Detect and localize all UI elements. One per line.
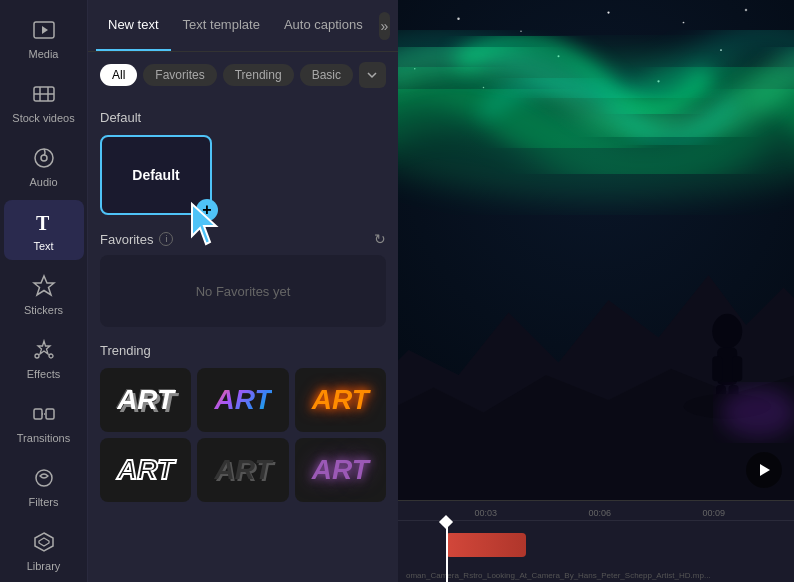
stickers-icon <box>30 272 58 300</box>
svg-text:T: T <box>36 212 50 234</box>
svg-point-20 <box>607 11 609 13</box>
sidebar-item-transitions-label: Transitions <box>17 432 70 444</box>
trending-card-1[interactable]: ART <box>100 368 191 432</box>
timeline-ruler: 00:03 00:06 00:09 <box>398 501 794 521</box>
tab-text-template[interactable]: Text template <box>171 0 272 51</box>
ruler-marks: 00:03 00:06 00:09 <box>406 501 786 520</box>
timeline-track-area: oman_Camera_Rstro_Looking_At_Camera_By_H… <box>398 521 794 582</box>
sidebar-item-text[interactable]: T Text <box>4 200 84 260</box>
svg-point-19 <box>520 31 522 33</box>
art-text-1: ART <box>117 384 174 416</box>
aurora-image <box>398 0 794 500</box>
add-default-text-button[interactable]: + <box>196 199 218 221</box>
sidebar-item-audio-label: Audio <box>29 176 57 188</box>
tab-more-button[interactable]: » <box>379 12 390 40</box>
svg-point-38 <box>721 388 794 438</box>
sidebar-item-transitions[interactable]: Transitions <box>4 392 84 452</box>
favorites-header: Favorites i ↻ <box>100 231 386 247</box>
effects-icon <box>30 336 58 364</box>
favorites-title: Favorites <box>100 232 153 247</box>
favorites-section: Favorites i ↻ No Favorites yet <box>100 231 386 327</box>
filter-dropdown[interactable] <box>359 62 386 88</box>
tab-new-text[interactable]: New text <box>96 0 171 51</box>
svg-rect-12 <box>46 409 54 419</box>
sidebar-item-stock-videos[interactable]: Stock videos <box>4 72 84 132</box>
trending-card-4[interactable]: ART <box>100 438 191 502</box>
timeline: 00:03 00:06 00:09 oman_Camera_Rstro_Look… <box>398 500 794 582</box>
text-icon: T <box>30 208 58 236</box>
stock-videos-icon <box>30 80 58 108</box>
svg-rect-34 <box>732 356 742 381</box>
trending-grid-row2: ART ART ART <box>100 438 386 502</box>
sidebar-item-library-label: Library <box>27 560 61 572</box>
timeline-clip-label: oman_Camera_Rstro_Looking_At_Camera_By_H… <box>398 571 794 580</box>
trending-card-5[interactable]: ART <box>197 438 288 502</box>
svg-marker-39 <box>760 464 770 476</box>
filter-favorites[interactable]: Favorites <box>143 64 216 86</box>
sidebar-item-text-label: Text <box>33 240 53 252</box>
art-text-2: ART <box>214 384 271 416</box>
sidebar: Media Stock videos Audio T <box>0 0 88 582</box>
svg-point-6 <box>35 149 53 167</box>
transitions-icon <box>30 400 58 428</box>
svg-point-18 <box>457 18 460 21</box>
favorites-empty-state: No Favorites yet <box>100 255 386 327</box>
default-card-label: Default <box>132 167 179 183</box>
tab-auto-captions[interactable]: Auto captions <box>272 0 375 51</box>
tab-bar: New text Text template Auto captions » <box>88 0 398 52</box>
trending-card-2[interactable]: ART <box>197 368 288 432</box>
sidebar-item-stickers-label: Stickers <box>24 304 63 316</box>
filter-bar: All Favorites Trending Basic <box>88 52 398 98</box>
svg-point-7 <box>41 155 47 161</box>
text-panel: New text Text template Auto captions » A… <box>88 0 398 582</box>
svg-point-21 <box>683 22 685 24</box>
art-text-3: ART <box>312 384 369 416</box>
svg-marker-14 <box>35 533 53 551</box>
sidebar-item-media-label: Media <box>29 48 59 60</box>
sidebar-item-stickers[interactable]: Stickers <box>4 264 84 324</box>
panel-content: Default Default + Favorites i ↻ No Favor… <box>88 98 398 582</box>
filter-trending[interactable]: Trending <box>223 64 294 86</box>
default-text-card[interactable]: Default + <box>100 135 212 215</box>
trending-section-title: Trending <box>100 343 386 358</box>
favorites-title-row: Favorites i <box>100 232 173 247</box>
sidebar-item-audio[interactable]: Audio <box>4 136 84 196</box>
right-area: 00:03 00:06 00:09 oman_Camera_Rstro_Look… <box>398 0 794 582</box>
svg-point-22 <box>745 9 748 12</box>
art-text-6: ART <box>312 454 369 486</box>
filter-all[interactable]: All <box>100 64 137 86</box>
default-section-title: Default <box>100 110 386 125</box>
library-icon <box>30 528 58 556</box>
art-text-4: ART <box>117 454 174 486</box>
svg-point-9 <box>35 354 39 358</box>
ruler-mark-2: 00:06 <box>588 508 611 518</box>
svg-point-10 <box>49 354 53 358</box>
sidebar-item-stock-videos-label: Stock videos <box>12 112 74 124</box>
trending-card-3[interactable]: ART <box>295 368 386 432</box>
svg-rect-11 <box>34 409 42 419</box>
svg-marker-1 <box>42 26 48 34</box>
art-text-5: ART <box>214 454 271 486</box>
video-preview <box>398 0 794 500</box>
sidebar-item-filters-label: Filters <box>29 496 59 508</box>
audio-icon <box>30 144 58 172</box>
ruler-mark-3: 00:09 <box>702 508 725 518</box>
play-button[interactable] <box>746 452 782 488</box>
filters-icon <box>30 464 58 492</box>
sidebar-item-library[interactable]: Library <box>4 520 84 580</box>
svg-rect-33 <box>712 356 722 381</box>
sidebar-item-filters[interactable]: Filters <box>4 456 84 516</box>
filter-basic[interactable]: Basic <box>300 64 353 86</box>
ruler-mark-1: 00:03 <box>474 508 497 518</box>
trending-card-6[interactable]: ART <box>295 438 386 502</box>
sidebar-item-media[interactable]: Media <box>4 8 84 68</box>
timeline-playhead[interactable] <box>446 521 448 582</box>
favorites-refresh-icon[interactable]: ↻ <box>374 231 386 247</box>
svg-marker-15 <box>39 538 49 546</box>
sidebar-item-effects-label: Effects <box>27 368 60 380</box>
favorites-info-icon[interactable]: i <box>159 232 173 246</box>
trending-grid: ART ART ART <box>100 368 386 432</box>
svg-point-31 <box>712 314 742 349</box>
timeline-clip[interactable] <box>446 533 526 557</box>
sidebar-item-effects[interactable]: Effects <box>4 328 84 388</box>
